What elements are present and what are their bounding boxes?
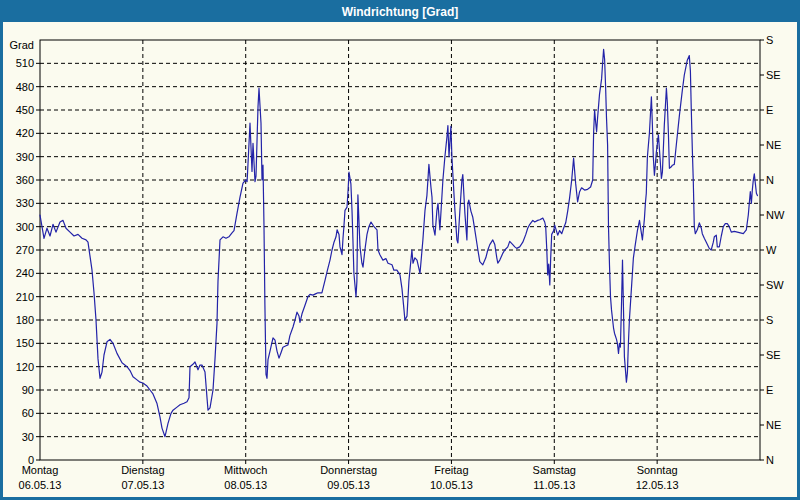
compass-label: E [766, 384, 773, 396]
y-tick-label: 90 [22, 384, 34, 396]
compass-label: NW [766, 209, 785, 221]
compass-label: SE [766, 349, 781, 361]
compass-label: SW [766, 279, 784, 291]
y-tick-label: 150 [16, 337, 34, 349]
date-label: 11.05.13 [533, 479, 575, 491]
y-tick-label: 480 [16, 81, 34, 93]
date-label: 06.05.13 [19, 479, 62, 491]
day-label: Samstag [533, 464, 576, 476]
date-label: 08.05.13 [224, 479, 267, 491]
y-tick-label: 240 [16, 267, 34, 279]
compass-label: E [766, 104, 773, 116]
date-label: 07.05.13 [121, 479, 164, 491]
y-tick-label: 210 [16, 291, 34, 303]
app-window: Windrichtung [Grad] 03060901201501802102… [0, 0, 800, 500]
y-tick-label: 30 [22, 431, 34, 443]
compass-label: SE [766, 69, 781, 81]
x-axis: Montag06.05.13Dienstag07.05.13Mittwoch08… [19, 464, 679, 491]
date-label: 10.05.13 [430, 479, 473, 491]
y-tick-label: 420 [16, 127, 34, 139]
day-label: Mittwoch [224, 464, 267, 476]
compass-label: N [766, 174, 774, 186]
y-tick-label: 60 [22, 407, 34, 419]
date-label: 12.05.13 [636, 479, 679, 491]
wind-direction-chart: 0306090120150180210240270300330360390420… [3, 22, 797, 497]
day-label: Sonntag [637, 464, 678, 476]
y-tick-label: 510 [16, 57, 34, 69]
y-tick-label: 360 [16, 174, 34, 186]
day-label: Freitag [434, 464, 468, 476]
y-axis-right: SSEENENNWWSWSSEENEN [760, 34, 785, 466]
date-label: 09.05.13 [327, 479, 370, 491]
y-tick-label: 300 [16, 221, 34, 233]
day-label: Montag [22, 464, 59, 476]
y-axis-unit-label: Grad [10, 39, 34, 51]
compass-label: N [766, 454, 774, 466]
day-label: Donnerstag [320, 464, 377, 476]
y-tick-label: 330 [16, 197, 34, 209]
window-title: Windrichtung [Grad] [3, 3, 797, 22]
y-tick-label: 390 [16, 151, 34, 163]
compass-label: S [766, 34, 773, 46]
compass-label: NE [766, 419, 781, 431]
chart-area: 0306090120150180210240270300330360390420… [3, 22, 797, 497]
day-label: Dienstag [121, 464, 164, 476]
y-tick-label: 120 [16, 361, 34, 373]
y-tick-label: 450 [16, 104, 34, 116]
compass-label: NE [766, 139, 781, 151]
compass-label: S [766, 314, 773, 326]
y-axis-left: 0306090120150180210240270300330360390420… [10, 39, 40, 466]
y-tick-label: 270 [16, 244, 34, 256]
y-tick-label: 180 [16, 314, 34, 326]
compass-label: W [766, 244, 777, 256]
